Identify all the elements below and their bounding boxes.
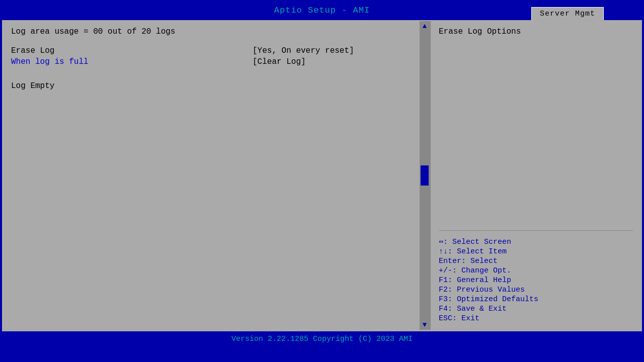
when-full-label: When log is full [11,57,253,66]
help-title: Erase Log Options [439,27,633,36]
erase-log-value[interactable]: [Yes, On every reset] [253,46,354,55]
scroll-thumb[interactable] [421,165,429,186]
erase-log-label: Erase Log [11,46,253,55]
footer: Version 2.22.1285 Copyright (C) 2023 AMI [2,331,642,347]
right-panel: Erase Log Options ⇔: Select Screen↑↓: Se… [430,21,641,330]
help-key-row: F4: Save & Exit [439,305,633,313]
app-title: Aptio Setup - AMI [274,6,370,15]
help-key-row: ESC: Exit [439,314,633,323]
when-full-row: When log is full [Clear Log] [11,57,422,66]
footer-text: Version 2.22.1285 Copyright (C) 2023 AMI [231,335,413,343]
log-usage: Log area usage = 00 out of 20 logs [11,27,422,36]
help-divider [439,230,633,231]
help-key-row: F3: Optimized Defaults [439,295,633,304]
scroll-down-arrow[interactable]: ▼ [423,321,427,329]
scroll-up-arrow[interactable]: ▲ [423,22,427,30]
help-keys: ⇔: Select Screen↑↓: Select ItemEnter: Se… [439,237,633,324]
server-mgmt-tab[interactable]: Server Mgmt [531,7,604,20]
help-key-row: ↑↓: Select Item [439,247,633,256]
erase-log-row: Erase Log [Yes, On every reset] [11,46,422,55]
scrollbar[interactable]: ▲ ▼ [420,21,430,330]
tab-bar: Server Mgmt [531,0,604,20]
help-key-row: Enter: Select [439,257,633,265]
help-key-row: ⇔: Select Screen [439,237,633,246]
help-key-row: +/-: Change Opt. [439,266,633,275]
help-key-row: F2: Previous Values [439,286,633,294]
help-key-row: F1: General Help [439,276,633,285]
main-content: Log area usage = 00 out of 20 logs Erase… [2,20,642,331]
help-spacer [439,42,633,230]
when-full-value[interactable]: [Clear Log] [253,57,306,66]
log-empty: Log Empty [11,81,422,90]
title-bar: Aptio Setup - AMI Server Mgmt [0,0,644,20]
left-panel: Log area usage = 00 out of 20 logs Erase… [3,21,430,330]
